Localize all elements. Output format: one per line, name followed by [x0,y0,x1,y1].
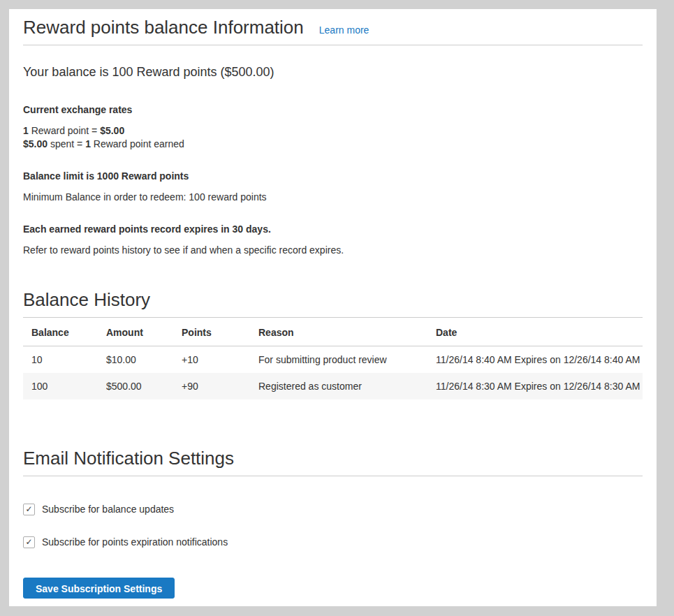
subscribe-balance-checkbox[interactable]: ✓ [23,504,35,515]
cell-date: 11/26/14 8:40 AM Expires on 12/26/14 8:4… [427,346,643,373]
balance-limit-text: Balance limit is 1000 Reward points [23,170,643,182]
cell-balance: 100 [23,373,98,399]
subscribe-expiration-option: ✓ Subscribe for points expiration notifi… [23,536,643,548]
email-settings-title: Email Notification Settings [23,448,643,469]
balance-summary: Your balance is 100 Reward points ($500.… [23,65,643,80]
table-row: 100 $500.00 +90 Registered as customer 1… [23,373,643,399]
rate2-points-value: 1 [85,138,91,149]
cell-amount: $10.00 [98,346,173,373]
balance-history-table: Balance Amount Points Reason Date 10 $10… [23,317,643,399]
expiry-note-text: Refer to reward points history to see if… [23,244,643,256]
checkmark-icon: ✓ [25,538,32,546]
rate2-text: spent = [47,138,85,149]
subscribe-expiration-label[interactable]: Subscribe for points expiration notifica… [42,536,228,548]
cell-reason: For submitting product review [250,346,427,373]
rate-line-money-to-points: $5.00 spent = 1 Reward point earned [23,138,184,149]
col-header-balance: Balance [23,317,98,346]
header-divider [23,45,643,45]
minimum-balance-text: Minimum Balance in order to redeem: 100 … [23,191,643,203]
rate1-points-value: 1 [23,125,29,136]
col-header-date: Date [427,317,643,346]
col-header-reason: Reason [250,317,427,346]
rate1-money-value: $5.00 [100,125,124,136]
expiry-text: Each earned reward points record expires… [23,223,643,235]
cell-date: 11/26/14 8:30 AM Expires on 12/26/14 8:3… [427,373,643,399]
table-row: 10 $10.00 +10 For submitting product rev… [23,346,643,373]
page-header: Reward points balance Information Learn … [23,17,643,38]
checkmark-icon: ✓ [25,505,32,513]
rate1-text: Reward point = [29,125,100,136]
email-settings-divider [23,476,643,476]
cell-amount: $500.00 [98,373,173,399]
save-subscription-button[interactable]: Save Subscription Settings [23,578,175,599]
subscribe-balance-option: ✓ Subscribe for balance updates [23,504,643,515]
page-title: Reward points balance Information [23,17,304,38]
rate-line-points-to-money: 1 Reward point = $5.00 [23,125,124,136]
rate2-money-value: $5.00 [23,138,47,149]
exchange-rates-heading: Current exchange rates [23,104,643,115]
learn-more-link[interactable]: Learn more [319,24,369,36]
table-header-row: Balance Amount Points Reason Date [23,317,643,346]
cell-points: +90 [173,373,250,399]
col-header-amount: Amount [98,317,173,346]
rate2-suffix: Reward point earned [91,138,184,149]
subscribe-expiration-checkbox[interactable]: ✓ [23,536,35,548]
cell-points: +10 [173,346,250,373]
exchange-rates: 1 Reward point = $5.00 $5.00 spent = 1 R… [23,124,643,151]
cell-reason: Registered as customer [250,373,427,399]
balance-history-title: Balance History [23,290,643,311]
reward-points-card: Reward points balance Information Learn … [9,9,657,606]
cell-balance: 10 [23,346,98,373]
subscribe-balance-label[interactable]: Subscribe for balance updates [42,504,174,515]
col-header-points: Points [173,317,250,346]
